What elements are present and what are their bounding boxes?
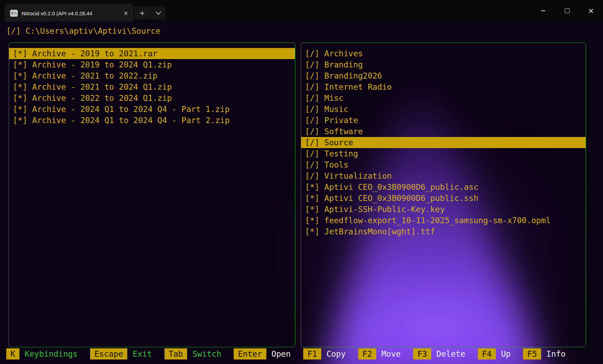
key-badge[interactable]: K <box>6 348 19 359</box>
key-badge[interactable]: F5 <box>523 348 541 359</box>
maximize-icon <box>565 8 570 13</box>
keybinding[interactable]: F5 Info <box>523 348 565 359</box>
path-text: C:\Users\aptiv\Aptivi\Source <box>26 25 161 37</box>
entry-name: Archive - 2022 to 2024 Q1.zip <box>32 92 172 104</box>
key-badge[interactable]: F4 <box>478 348 496 359</box>
key-action-label: Info <box>546 349 565 358</box>
file-row[interactable]: [/]Virtualization <box>301 170 586 181</box>
right-file-pane: [/]Archives [/]Branding [/]Branding2026 … <box>301 42 586 347</box>
key-badge[interactable]: Escape <box>90 348 127 359</box>
entry-type-icon: [*] <box>13 48 27 59</box>
entry-type-icon: [*] <box>13 81 27 92</box>
entry-type-icon: [*] <box>13 115 27 126</box>
entry-type-icon: [/] <box>305 159 320 170</box>
entry-type-icon: [*] <box>13 59 27 70</box>
entry-type-icon: [*] <box>305 215 320 226</box>
file-row[interactable]: [*]JetBrainsMono[wght].ttf <box>301 226 586 237</box>
entry-name: Archive - 2021 to 2022.zip <box>32 70 158 81</box>
keybinding[interactable]: Tab Switch <box>164 348 222 359</box>
file-row[interactable]: [*]Aptivi CEO_0x3B0900D6_public.ssh <box>301 193 586 204</box>
entry-type-icon: [*] <box>13 92 27 104</box>
entry-type-icon: [*] <box>305 226 320 237</box>
key-action-label: Copy <box>327 349 346 358</box>
file-row[interactable]: [/]Misc <box>301 92 586 104</box>
entry-name: Archive - 2021 to 2024 Q1.zip <box>32 81 172 92</box>
key-badge[interactable]: F1 <box>303 348 321 359</box>
entry-name: Software <box>324 126 363 137</box>
entry-name: Branding2026 <box>324 70 382 81</box>
file-row[interactable]: [*]Aptivi-SSH-Public-Key.key <box>301 204 586 215</box>
keybinding[interactable]: F3 Delete <box>413 348 465 359</box>
entry-name: JetBrainsMono[wght].ttf <box>324 226 435 237</box>
current-path: [/]C:\Users\aptiv\Aptivi\Source <box>6 25 160 37</box>
key-action-label: Move <box>381 349 401 358</box>
file-row[interactable]: [*]Archive - 2024 Q1 to 2024 Q4 - Part 2… <box>9 115 295 126</box>
keybinding[interactable]: F2 Move <box>358 348 401 359</box>
minimize-button[interactable] <box>531 0 555 22</box>
keybinding[interactable]: K Keybindings <box>6 348 78 359</box>
file-row[interactable]: [*]Archive - 2019 to 2021.rar <box>9 48 295 59</box>
entry-type-icon: [*] <box>305 204 320 215</box>
key-badge[interactable]: Enter <box>234 348 266 359</box>
entry-name: Private <box>324 115 358 126</box>
entry-name: Aptivi CEO_0x3B0900D6_public.ssh <box>324 193 479 204</box>
file-row[interactable]: [/]Testing <box>301 148 586 159</box>
terminal-window: C:\ Nitrocid v0.2.0 (API v4.0.28.44 × + … <box>0 0 603 364</box>
key-badge[interactable]: Tab <box>164 348 187 359</box>
entry-type-icon: [/] <box>305 104 320 115</box>
tab-dropdown-button[interactable] <box>151 6 166 19</box>
file-row[interactable]: [/]Archives <box>301 48 586 59</box>
file-row[interactable]: [/]Branding <box>301 59 586 70</box>
key-action-label: Exit <box>132 349 152 358</box>
entry-type-icon: [*] <box>305 193 320 204</box>
keybinding[interactable]: F1 Copy <box>303 348 346 359</box>
close-button[interactable]: × <box>579 0 603 22</box>
key-badge[interactable]: F3 <box>413 348 431 359</box>
file-row[interactable]: [*]Archive - 2022 to 2024 Q1.zip <box>9 92 295 104</box>
terminal-app-icon: C:\ <box>10 10 18 17</box>
entry-name: Tools <box>324 159 348 170</box>
chevron-down-icon <box>155 9 161 15</box>
entry-name: Archive - 2024 Q1 to 2024 Q4 - Part 2.zi… <box>32 115 230 126</box>
entry-name: Misc <box>324 92 344 104</box>
file-row[interactable]: [/]Internet Radio <box>301 81 586 92</box>
file-row[interactable]: [/]Branding2026 <box>301 70 586 81</box>
tab-strip-actions: + <box>134 6 166 19</box>
keybinding[interactable]: Escape Exit <box>90 348 152 359</box>
minimize-icon <box>541 10 545 11</box>
entry-type-icon: [*] <box>13 70 27 81</box>
maximize-button[interactable] <box>555 0 579 22</box>
file-row[interactable]: [/]Source <box>301 137 586 148</box>
keybindings-bar: K Keybindings Escape Exit Tab Switch Ent… <box>6 348 578 359</box>
entry-name: Virtualization <box>324 170 392 181</box>
entry-type-icon: [/] <box>305 148 320 159</box>
file-row[interactable]: [/]Software <box>301 126 586 137</box>
file-row[interactable]: [*]Archive - 2024 Q1 to 2024 Q4 - Part 1… <box>9 104 295 115</box>
close-icon: × <box>588 7 594 15</box>
keybinding[interactable]: F4 Up <box>478 348 510 359</box>
terminal-tab[interactable]: C:\ Nitrocid v0.2.0 (API v4.0.28.44 × <box>5 4 133 22</box>
entry-name: Archive - 2019 to 2021.rar <box>32 48 158 59</box>
entry-type-icon: [/] <box>305 126 320 137</box>
entry-name: Aptivi-SSH-Public-Key.key <box>324 204 445 215</box>
entry-name: feedflow-export_10-11-2025_samsung-sm-x7… <box>324 215 551 226</box>
key-badge[interactable]: F2 <box>358 348 376 359</box>
left-file-pane: [*]Archive - 2019 to 2021.rar [*]Archive… <box>9 42 295 347</box>
file-row[interactable]: [*]Aptivi CEO_0x3B0900D6_public.asc <box>301 181 586 193</box>
key-action-label: Switch <box>192 349 221 358</box>
tab-close-icon[interactable]: × <box>123 10 128 16</box>
keybinding[interactable]: Enter Open <box>234 348 291 359</box>
entry-type-icon: [/] <box>305 81 320 92</box>
file-row[interactable]: [*]Archive - 2021 to 2022.zip <box>9 70 295 81</box>
entry-name: Source <box>324 137 353 148</box>
entry-type-icon: [/] <box>305 48 320 59</box>
file-row[interactable]: [*]Archive - 2021 to 2024 Q1.zip <box>9 81 295 92</box>
entry-type-icon: [/] <box>305 170 320 181</box>
key-action-label: Delete <box>436 349 465 358</box>
file-row[interactable]: [/]Music <box>301 104 586 115</box>
file-row[interactable]: [*]feedflow-export_10-11-2025_samsung-sm… <box>301 215 586 226</box>
new-tab-button[interactable]: + <box>134 6 151 19</box>
file-row[interactable]: [/]Tools <box>301 159 586 170</box>
file-row[interactable]: [/]Private <box>301 115 586 126</box>
file-row[interactable]: [*]Archive - 2019 to 2024 Q1.zip <box>9 59 295 70</box>
